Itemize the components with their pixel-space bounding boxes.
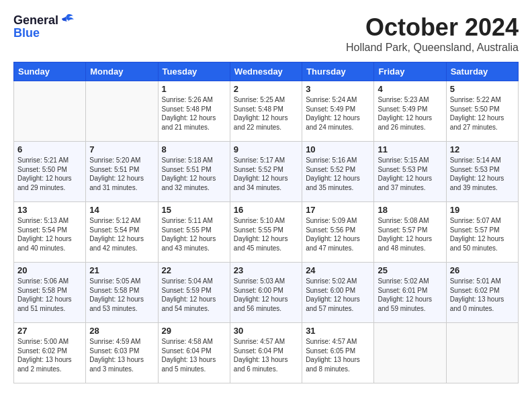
day-number: 17 (306, 205, 370, 215)
calendar-cell: 31Sunrise: 4:57 AM Sunset: 6:05 PM Dayli… (302, 323, 374, 383)
day-number: 11 (378, 144, 442, 154)
day-number: 12 (450, 144, 515, 154)
day-number: 15 (162, 205, 226, 215)
day-number: 5 (450, 84, 515, 94)
logo: General Blue (13, 13, 75, 40)
day-number: 26 (450, 265, 515, 275)
calendar-cell: 11Sunrise: 5:15 AM Sunset: 5:53 PM Dayli… (374, 142, 446, 202)
calendar-table: SundayMondayTuesdayWednesdayThursdayFrid… (13, 62, 519, 383)
calendar-cell: 28Sunrise: 4:59 AM Sunset: 6:03 PM Dayli… (86, 323, 158, 383)
weekday-header-tuesday: Tuesday (158, 62, 230, 81)
calendar-cell: 2Sunrise: 5:25 AM Sunset: 5:48 PM Daylig… (230, 81, 302, 142)
location-subtitle: Holland Park, Queensland, Australia (13, 42, 519, 54)
day-info: Sunrise: 4:59 AM Sunset: 6:03 PM Dayligh… (89, 337, 154, 373)
calendar-week-row: 20Sunrise: 5:06 AM Sunset: 5:58 PM Dayli… (14, 263, 519, 323)
day-number: 9 (234, 144, 298, 154)
day-info: Sunrise: 5:17 AM Sunset: 5:52 PM Dayligh… (234, 156, 298, 192)
day-number: 30 (234, 326, 298, 336)
weekday-header-wednesday: Wednesday (230, 62, 302, 81)
month-year-title: October 2024 (13, 13, 519, 42)
day-number: 3 (306, 84, 370, 94)
day-number: 13 (17, 205, 82, 215)
calendar-week-row: 27Sunrise: 5:00 AM Sunset: 6:02 PM Dayli… (14, 323, 519, 383)
day-info: Sunrise: 5:07 AM Sunset: 5:57 PM Dayligh… (450, 216, 515, 253)
day-info: Sunrise: 5:26 AM Sunset: 5:48 PM Dayligh… (162, 95, 226, 132)
calendar-cell: 18Sunrise: 5:08 AM Sunset: 5:57 PM Dayli… (374, 202, 446, 263)
day-number: 18 (378, 205, 442, 215)
calendar-cell: 6Sunrise: 5:21 AM Sunset: 5:50 PM Daylig… (14, 142, 86, 202)
day-number: 2 (234, 84, 298, 94)
day-number: 14 (89, 205, 154, 215)
day-number: 20 (17, 265, 82, 275)
calendar-cell: 20Sunrise: 5:06 AM Sunset: 5:58 PM Dayli… (14, 263, 86, 323)
day-info: Sunrise: 5:24 AM Sunset: 5:49 PM Dayligh… (306, 95, 370, 132)
day-number: 4 (378, 84, 442, 94)
day-number: 7 (89, 144, 154, 154)
logo-general: General (13, 14, 58, 28)
day-info: Sunrise: 5:14 AM Sunset: 5:53 PM Dayligh… (450, 156, 515, 192)
day-info: Sunrise: 5:02 AM Sunset: 6:01 PM Dayligh… (378, 277, 442, 313)
calendar-cell: 16Sunrise: 5:10 AM Sunset: 5:55 PM Dayli… (230, 202, 302, 263)
day-info: Sunrise: 5:00 AM Sunset: 6:02 PM Dayligh… (17, 337, 82, 373)
calendar-cell: 13Sunrise: 5:13 AM Sunset: 5:54 PM Dayli… (14, 202, 86, 263)
calendar-cell: 15Sunrise: 5:11 AM Sunset: 5:55 PM Dayli… (158, 202, 230, 263)
calendar-cell: 9Sunrise: 5:17 AM Sunset: 5:52 PM Daylig… (230, 142, 302, 202)
title-block: October 2024 Holland Park, Queensland, A… (13, 13, 519, 54)
day-info: Sunrise: 5:04 AM Sunset: 5:59 PM Dayligh… (162, 277, 226, 313)
day-info: Sunrise: 5:03 AM Sunset: 6:00 PM Dayligh… (234, 277, 298, 313)
day-number: 21 (89, 265, 154, 275)
calendar-week-row: 1Sunrise: 5:26 AM Sunset: 5:48 PM Daylig… (14, 81, 519, 142)
calendar-cell: 3Sunrise: 5:24 AM Sunset: 5:49 PM Daylig… (302, 81, 374, 142)
day-info: Sunrise: 5:21 AM Sunset: 5:50 PM Dayligh… (17, 156, 82, 192)
calendar-week-row: 13Sunrise: 5:13 AM Sunset: 5:54 PM Dayli… (14, 202, 519, 263)
calendar-cell: 21Sunrise: 5:05 AM Sunset: 5:58 PM Dayli… (86, 263, 158, 323)
weekday-header-thursday: Thursday (302, 62, 374, 81)
header-section: General Blue October 2024 Holland Park, … (13, 13, 519, 56)
calendar-cell: 22Sunrise: 5:04 AM Sunset: 5:59 PM Dayli… (158, 263, 230, 323)
logo-bird-icon (60, 13, 75, 28)
day-info: Sunrise: 5:23 AM Sunset: 5:49 PM Dayligh… (378, 95, 442, 132)
weekday-header-saturday: Saturday (446, 62, 518, 81)
calendar-cell (446, 323, 518, 383)
calendar-cell: 29Sunrise: 4:58 AM Sunset: 6:04 PM Dayli… (158, 323, 230, 383)
calendar-cell: 7Sunrise: 5:20 AM Sunset: 5:51 PM Daylig… (86, 142, 158, 202)
day-info: Sunrise: 5:06 AM Sunset: 5:58 PM Dayligh… (17, 277, 82, 313)
day-number: 29 (162, 326, 226, 336)
day-info: Sunrise: 5:13 AM Sunset: 5:54 PM Dayligh… (17, 216, 82, 253)
day-info: Sunrise: 5:09 AM Sunset: 5:56 PM Dayligh… (306, 216, 370, 253)
day-number: 10 (306, 144, 370, 154)
calendar-cell (374, 323, 446, 383)
day-info: Sunrise: 5:02 AM Sunset: 6:00 PM Dayligh… (306, 277, 370, 313)
calendar-cell: 24Sunrise: 5:02 AM Sunset: 6:00 PM Dayli… (302, 263, 374, 323)
calendar-cell: 4Sunrise: 5:23 AM Sunset: 5:49 PM Daylig… (374, 81, 446, 142)
calendar-week-row: 6Sunrise: 5:21 AM Sunset: 5:50 PM Daylig… (14, 142, 519, 202)
day-number: 31 (306, 326, 370, 336)
calendar-cell: 1Sunrise: 5:26 AM Sunset: 5:48 PM Daylig… (158, 81, 230, 142)
day-number: 28 (89, 326, 154, 336)
calendar-cell: 5Sunrise: 5:22 AM Sunset: 5:50 PM Daylig… (446, 81, 518, 142)
weekday-header-sunday: Sunday (14, 62, 86, 81)
day-info: Sunrise: 5:11 AM Sunset: 5:55 PM Dayligh… (162, 216, 226, 253)
day-number: 23 (234, 265, 298, 275)
day-info: Sunrise: 5:18 AM Sunset: 5:51 PM Dayligh… (162, 156, 226, 192)
day-info: Sunrise: 4:57 AM Sunset: 6:05 PM Dayligh… (306, 337, 370, 373)
day-number: 1 (162, 84, 226, 94)
calendar-cell: 26Sunrise: 5:01 AM Sunset: 6:02 PM Dayli… (446, 263, 518, 323)
day-info: Sunrise: 5:22 AM Sunset: 5:50 PM Dayligh… (450, 95, 515, 132)
calendar-cell: 30Sunrise: 4:57 AM Sunset: 6:04 PM Dayli… (230, 323, 302, 383)
day-number: 16 (234, 205, 298, 215)
logo-blue: Blue (13, 27, 40, 40)
day-info: Sunrise: 5:08 AM Sunset: 5:57 PM Dayligh… (378, 216, 442, 253)
calendar-cell (14, 81, 86, 142)
calendar-cell: 8Sunrise: 5:18 AM Sunset: 5:51 PM Daylig… (158, 142, 230, 202)
calendar-cell: 12Sunrise: 5:14 AM Sunset: 5:53 PM Dayli… (446, 142, 518, 202)
day-info: Sunrise: 5:15 AM Sunset: 5:53 PM Dayligh… (378, 156, 442, 192)
day-info: Sunrise: 5:12 AM Sunset: 5:54 PM Dayligh… (89, 216, 154, 253)
weekday-header-friday: Friday (374, 62, 446, 81)
day-info: Sunrise: 4:57 AM Sunset: 6:04 PM Dayligh… (234, 337, 298, 373)
day-number: 25 (378, 265, 442, 275)
day-number: 24 (306, 265, 370, 275)
weekday-header-monday: Monday (86, 62, 158, 81)
day-number: 8 (162, 144, 226, 154)
day-info: Sunrise: 4:58 AM Sunset: 6:04 PM Dayligh… (162, 337, 226, 373)
